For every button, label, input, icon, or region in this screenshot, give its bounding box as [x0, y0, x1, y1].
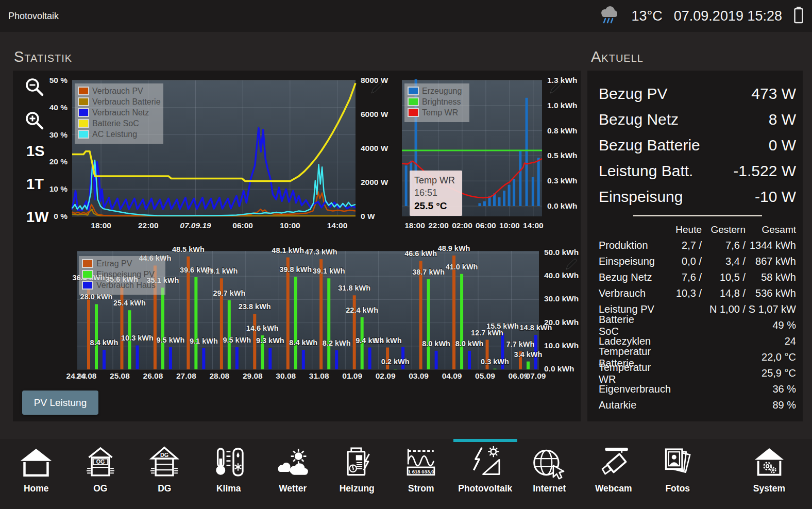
bar-value-label: 22.4 kWh [346, 306, 378, 314]
statistik-panel: 50 %40 %30 %20 %10 %0 %8000 W6000 W4000 … [13, 71, 581, 421]
axis-tick-label: 10.0 kWh [544, 341, 579, 350]
column-header-gesamt: Gesamt [746, 224, 796, 235]
home-icon [18, 443, 55, 482]
nav-item-klima[interactable]: Klima [197, 439, 261, 509]
nav-item-wetter[interactable]: Wetter [261, 439, 325, 509]
nav-item-heizung[interactable]: Heizung [325, 439, 390, 509]
nav-item-dg[interactable]: DGDG [132, 439, 197, 509]
axis-tick-label: 10:00 [499, 221, 520, 230]
table-row-bezug-netz: Bezug Netz7,6 /10,5 /58 kWh [599, 269, 796, 285]
table-row-produktion: Produktion2,7 /7,6 /1344 kWh [599, 237, 796, 253]
live-value: -1.522 W [733, 162, 796, 180]
axis-tick-label: 14:00 [327, 221, 348, 230]
axis-tick-label: 30 % [49, 130, 68, 139]
range-button-1w[interactable]: 1W [26, 209, 49, 226]
bar-value-label: 46.6 kWh [404, 249, 437, 258]
axis-tick-label: 30.08 [276, 371, 296, 380]
bar-value-label: 8.4 kWh [90, 338, 119, 347]
bar-einspeisung-pv [427, 279, 430, 369]
nav-label: Klima [216, 483, 241, 494]
chart-legend: Ertrag PVEinspeisung PVVerbrauch Haus [79, 256, 165, 295]
nav-item-strom[interactable]: 1 618 033,9Strom [389, 439, 453, 509]
bar-erzeugung [498, 197, 501, 206]
bar-value-label: 7.7 kWh [506, 340, 535, 348]
nav-item-home[interactable]: Home [4, 439, 69, 509]
live-value: 473 W [751, 85, 796, 103]
legend-label: Temp WR [422, 108, 458, 117]
bar-value-label: 38.7 kWh [412, 268, 445, 276]
range-button-1s[interactable]: 1S [26, 143, 44, 160]
bar-ertrag-pv [319, 259, 323, 369]
zoom-out-icon[interactable] [24, 77, 45, 99]
nav-item-internet[interactable]: Internet [517, 439, 582, 509]
page-title: Photovoltaik [8, 11, 59, 22]
row-value: 89 % [655, 399, 796, 411]
axis-tick-label: 30.0 kWh [544, 294, 579, 303]
bar-verbrauch-haus [468, 351, 471, 369]
aktuell-panel: Bezug PV473 WBezug Netz8 WBezug Batterie… [587, 71, 803, 421]
bar-erzeugung [483, 201, 486, 206]
bar-verbrauch-haus [103, 350, 106, 369]
bar-verbrauch-haus [302, 350, 305, 369]
daily-energy-bar-chart[interactable]: 36.3 kWh35.6 kWh44.6 kWh48.5 kWh39.1 kWh… [46, 238, 583, 390]
bar-value-label: 8.0 kWh [455, 340, 484, 348]
nav-item-fotos[interactable]: Fotos [646, 439, 710, 509]
bar-erzeugung [508, 185, 511, 206]
bar-einspeisung-pv [194, 277, 197, 369]
nav-item-og[interactable]: OGOG [69, 439, 133, 509]
bar-verbrauch-haus [435, 351, 438, 369]
pv-leistung-button[interactable]: PV Leistung [22, 391, 98, 415]
nav-item-photovoltaik[interactable]: Photovoltaik [453, 439, 518, 509]
weather-icon [274, 443, 311, 482]
live-label: Bezug Netz [599, 111, 679, 128]
tooltip-time: 16:51 [414, 186, 458, 199]
dg-house-icon: DG [146, 443, 183, 482]
heating-icon [339, 443, 376, 482]
edit-icon[interactable] [566, 259, 577, 270]
bar-value-label: 48.9 kWh [438, 244, 470, 252]
range-button-1t[interactable]: 1T [26, 176, 44, 193]
axis-tick-label: 20 % [49, 157, 68, 166]
bar-value-label: 10.3 kWh [121, 334, 154, 342]
cell-value: 867 kWh [746, 256, 796, 267]
bar-value-label: 25.4 kWh [113, 299, 146, 307]
nav-item-webcam[interactable]: Webcam [582, 439, 646, 509]
cell-value: 0,0 / [655, 256, 702, 267]
live-row-bezug-pv: Bezug PV473 W [599, 81, 796, 107]
battery-icon [793, 6, 804, 26]
tooltip-series-name: Temp WR [414, 174, 458, 186]
cell-value: 2,7 / [655, 240, 702, 251]
bar-erzeugung [532, 177, 534, 206]
column-header-heute: Heute [655, 224, 702, 235]
row-value: 24 [655, 335, 796, 347]
pv-power-day-chart[interactable]: 50 %40 %30 %20 %10 %0 %8000 W6000 W4000 … [46, 72, 397, 233]
bar-value-label: 47.3 kWh [305, 248, 337, 256]
photovoltaic-icon [467, 443, 504, 482]
nav-item-system[interactable]: System [731, 439, 808, 509]
svg-text:1 618 033,9: 1 618 033,9 [408, 469, 434, 474]
axis-tick-label: 02:00 [452, 221, 472, 230]
axis-tick-label: 18:00 [404, 221, 425, 230]
nav-label: Fotos [665, 483, 690, 494]
bar-einspeisung-pv [460, 274, 463, 369]
bar-verbrauch-haus [202, 348, 205, 369]
cell-value: 1344 kWh [746, 240, 796, 251]
bar-einspeisung-pv [294, 277, 297, 369]
bar-einspeisung-pv [161, 287, 164, 369]
nav-label: DG [158, 483, 171, 494]
bar-value-label: 39.1 kWh [313, 267, 345, 275]
axis-tick-label: 22:00 [138, 221, 159, 230]
axis-tick-label: 03.09 [409, 371, 429, 380]
cell-value: 7,6 / [655, 272, 702, 283]
bar-value-label: 0.3 kWh [481, 358, 509, 366]
live-label: Bezug PV [599, 85, 667, 103]
outdoor-temperature: 13°C [631, 8, 662, 24]
photos-icon [659, 443, 696, 482]
axis-tick-label: 24.08 [77, 371, 97, 380]
axis-tick-label: 1.0 kWh [547, 101, 578, 110]
zoom-in-icon[interactable] [24, 110, 45, 133]
legend-label: Erzeugung [422, 87, 462, 95]
legend-label: AC Leistung [92, 130, 137, 139]
bar-value-label: 48.1 kWh [272, 246, 304, 254]
generation-brightness-temp-chart[interactable]: 1.3 kWh1.0 kWh0.8 kWh0.5 kWh0.3 kWh0.0 k… [368, 72, 579, 233]
